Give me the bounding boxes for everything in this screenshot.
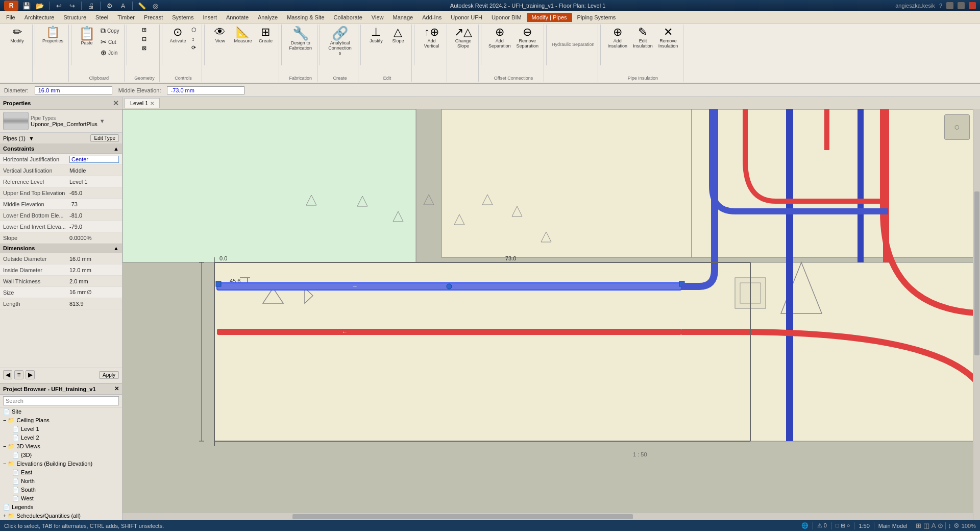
- menu-uponor-ufh[interactable]: Uponor UFH: [447, 13, 486, 21]
- status-scale[interactable]: 1:50: [859, 523, 869, 529]
- add-separation-btn[interactable]: ⊕ AddSeparation: [486, 26, 513, 50]
- change-slope-btn[interactable]: ↗△ ChangeSlope: [452, 26, 474, 50]
- view-btn[interactable]: ◎: [150, 1, 160, 11]
- stepper-list-btn[interactable]: ≡: [14, 370, 23, 379]
- measure-ribbon-btn[interactable]: 📐 Measure: [232, 26, 254, 44]
- pb-header[interactable]: Project Browser - UFH_training_v1 ✕: [0, 383, 122, 395]
- close-btn[interactable]: [969, 2, 976, 9]
- cut-btn[interactable]: ✂ Cut: [99, 37, 121, 47]
- red-pipe-vert-right[interactable]: [883, 109, 889, 262]
- undo-btn[interactable]: ↩: [54, 1, 64, 11]
- geometry-btn3[interactable]: ⊠: [140, 44, 149, 53]
- statusbar-view-icon[interactable]: ⊞: [916, 522, 921, 529]
- menu-manage[interactable]: Manage: [388, 13, 417, 21]
- menu-analyze[interactable]: Analyze: [254, 13, 282, 21]
- statusbar-annotate-icon[interactable]: A: [932, 522, 936, 529]
- canvas-area[interactable]: Level 1 ✕: [122, 97, 980, 520]
- controls-btn2[interactable]: ↕: [189, 35, 199, 43]
- menu-modify-pipes[interactable]: Modify | Pipes: [527, 13, 572, 22]
- minimize-btn[interactable]: [946, 2, 953, 9]
- tree-item-elevations[interactable]: − 📁 Elevations (Building Elevation): [0, 460, 122, 468]
- modify-btn[interactable]: ✏ Modify: [7, 26, 28, 44]
- diameter-input[interactable]: [35, 86, 112, 94]
- tree-item-level1[interactable]: 📄 Level 1: [0, 425, 122, 433]
- tree-item-legends[interactable]: 📄 Legends: [0, 503, 122, 512]
- create-ribbon-btn[interactable]: ⊞ Create: [255, 26, 276, 44]
- app-menu-button[interactable]: R: [4, 1, 18, 11]
- edit-insulation-btn[interactable]: ✎ EditInsulation: [631, 26, 655, 50]
- statusbar-sync-icon[interactable]: ↕: [948, 522, 951, 529]
- pb-close-btn[interactable]: ✕: [114, 385, 119, 392]
- pipe-midpoint[interactable]: [447, 284, 452, 289]
- navigation-cube[interactable]: ⬡: [944, 114, 970, 140]
- remove-insulation-btn[interactable]: ✕ RemoveInsulation: [656, 26, 680, 50]
- red-pipe-main[interactable]: [217, 329, 681, 335]
- blue-pipe-right-vert[interactable]: [857, 109, 864, 262]
- save-qat-btn[interactable]: 💾: [21, 1, 32, 11]
- analytical-connections-btn[interactable]: 🔗 AnalyticalConnections: [325, 26, 355, 57]
- controls-btn1[interactable]: ⬡: [189, 26, 199, 34]
- menu-systems[interactable]: Systems: [168, 13, 198, 21]
- menu-uponor-bim[interactable]: Uponor BIM: [487, 13, 526, 21]
- copy-btn[interactable]: ⧉ Copy: [99, 26, 121, 36]
- elevation-input[interactable]: [167, 86, 244, 94]
- menu-massing[interactable]: Massing & Site: [283, 13, 328, 21]
- activate-btn[interactable]: ⊙ Activate: [167, 26, 188, 44]
- pb-search-input[interactable]: [3, 396, 119, 405]
- justify-btn[interactable]: ⊥ Justify: [366, 26, 386, 44]
- pipe-count-dropdown-btn[interactable]: ▼: [29, 135, 34, 141]
- tree-item-3d[interactable]: 📄 {3D}: [0, 451, 122, 460]
- tree-item-south[interactable]: 📄 South: [0, 486, 122, 494]
- redo-btn[interactable]: ↪: [67, 1, 77, 11]
- add-insulation-btn[interactable]: ⊕ AddInsulation: [606, 26, 630, 50]
- menu-file[interactable]: File: [2, 13, 19, 21]
- main-canvas-svg[interactable]: 0.0 73.0 45.6 →: [122, 109, 980, 520]
- menu-insert[interactable]: Insert: [199, 13, 221, 21]
- canvas-tab-close-btn[interactable]: ✕: [150, 101, 154, 106]
- tree-item-north[interactable]: 📄 North: [0, 477, 122, 486]
- statusbar-settings-icon[interactable]: ⚙: [953, 522, 960, 529]
- apply-btn[interactable]: Apply: [99, 371, 119, 379]
- hjust-value[interactable]: Center: [69, 156, 119, 163]
- menu-annotate[interactable]: Annotate: [222, 13, 253, 21]
- scroll-horizontal[interactable]: [122, 513, 973, 520]
- dimensions-section-header[interactable]: Dimensions ▲: [0, 244, 122, 253]
- measure-btn[interactable]: 📏: [137, 1, 147, 11]
- statusbar-worksets-icon[interactable]: ⊙: [938, 522, 943, 529]
- menu-view[interactable]: View: [368, 13, 388, 21]
- design-to-fabrication-btn[interactable]: 🔧 Design toFabrication: [287, 26, 314, 52]
- geometry-btn2[interactable]: ⊟: [140, 35, 149, 43]
- scroll-thumb-h[interactable]: [292, 514, 632, 519]
- menu-precast[interactable]: Precast: [140, 13, 167, 21]
- menu-steel[interactable]: Steel: [91, 13, 112, 21]
- status-globe-icon[interactable]: 🌐: [801, 522, 808, 529]
- scroll-vertical[interactable]: [973, 109, 980, 520]
- settings-btn[interactable]: ⚙: [105, 1, 115, 11]
- canvas-tab-level1[interactable]: Level 1 ✕: [125, 98, 160, 108]
- tree-item-level2[interactable]: 📄 Level 2: [0, 433, 122, 442]
- properties-btn[interactable]: 📋 Properties: [40, 26, 65, 44]
- annotate-btn[interactable]: A: [118, 1, 128, 11]
- tree-item-3dviews[interactable]: − 📁 3D Views: [0, 442, 122, 451]
- tree-item-west[interactable]: 📄 West: [0, 494, 122, 503]
- stepper-next-btn[interactable]: ▶: [26, 370, 35, 379]
- blue-pipe-far-right[interactable]: [786, 109, 793, 441]
- menu-structure[interactable]: Structure: [59, 13, 90, 21]
- geometry-btn1[interactable]: ⊞: [140, 26, 149, 34]
- tree-item-site[interactable]: 📄 Site: [0, 407, 122, 416]
- print-btn[interactable]: 🖨: [86, 1, 96, 11]
- tree-item-ceiling-plans[interactable]: − 📁 Ceiling Plans: [0, 416, 122, 425]
- maximize-btn[interactable]: [958, 2, 965, 9]
- menu-collaborate[interactable]: Collaborate: [330, 13, 366, 21]
- menu-addins[interactable]: Add-Ins: [418, 13, 446, 21]
- pipe-type-dropdown-btn[interactable]: ▼: [100, 118, 105, 124]
- pipe-endpoint-left[interactable]: [216, 281, 221, 286]
- open-qat-btn[interactable]: 📂: [35, 1, 45, 11]
- scroll-thumb-v[interactable]: [974, 191, 979, 356]
- tree-item-east[interactable]: 📄 East: [0, 468, 122, 477]
- paste-btn[interactable]: 📋 Paste: [77, 26, 97, 46]
- remove-separation-btn[interactable]: ⊖ RemoveSeparation: [514, 26, 541, 50]
- properties-close-btn[interactable]: ✕: [113, 99, 119, 107]
- edit-type-btn[interactable]: Edit Type: [90, 134, 119, 142]
- stepper-prev-btn[interactable]: ◀: [3, 370, 12, 379]
